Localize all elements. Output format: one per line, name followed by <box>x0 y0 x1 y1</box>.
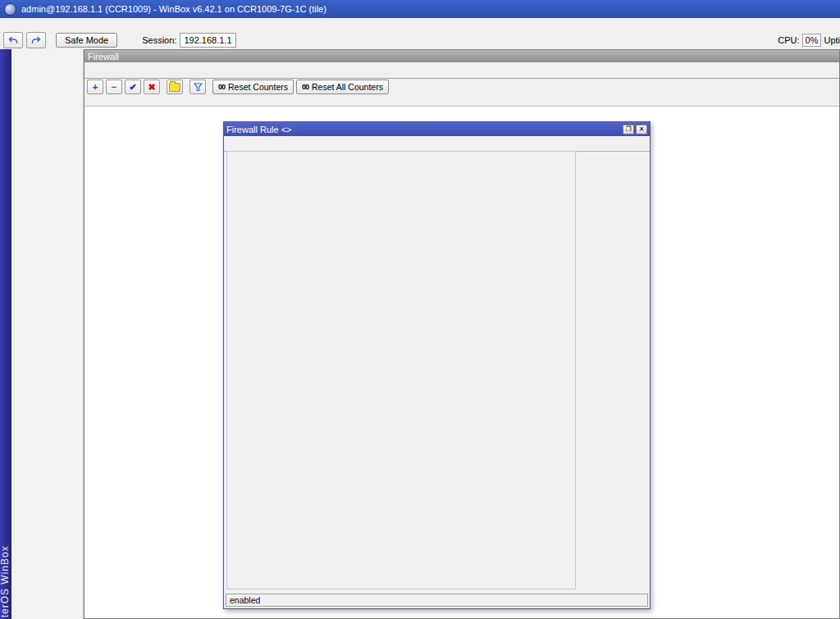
undo-button[interactable] <box>3 32 23 48</box>
filter-button[interactable] <box>189 80 206 94</box>
dialog-title: Firewall Rule <> <box>226 125 621 134</box>
close-icon[interactable]: ✕ <box>636 125 647 134</box>
cpu-label: CPU: <box>778 35 799 45</box>
firewall-tabs <box>84 62 839 79</box>
dialog-general-page <box>226 151 576 589</box>
firewall-rule-dialog: Firewall Rule <> ❐ ✕ enabled <box>223 121 651 609</box>
dialog-titlebar[interactable]: Firewall Rule <> ❐ ✕ <box>224 122 650 136</box>
brand-vertical-text: uterOS WinBox <box>0 545 11 619</box>
funnel-icon <box>194 83 203 92</box>
table-header[interactable] <box>84 94 839 107</box>
main-toolbar: Safe Mode Session: 192.168.1.1 CPU: 0% U… <box>0 31 840 50</box>
main-titlebar: admin@192.168.1.1 (CCR1009) - WinBox v6.… <box>0 0 840 18</box>
counters-icon: 00 <box>218 83 225 91</box>
winbox-app-icon <box>4 3 16 16</box>
enable-rule-button[interactable]: ✔ <box>125 80 141 94</box>
uptime-label: Upti <box>824 35 840 45</box>
safe-mode-button[interactable]: Safe Mode <box>56 33 117 48</box>
window-title: admin@192.168.1.1 (CCR1009) - WinBox v6.… <box>21 4 326 14</box>
brand-strip: uterOS WinBox <box>0 49 11 619</box>
menubar <box>0 18 840 31</box>
folder-icon <box>169 83 180 92</box>
firewall-window-titlebar[interactable]: Firewall <box>84 50 839 62</box>
cpu-value: 0% <box>802 34 822 47</box>
redo-button[interactable] <box>26 32 46 48</box>
comment-button[interactable] <box>167 80 183 94</box>
reset-all-counters-button[interactable]: 00 Reset All Counters <box>296 80 389 94</box>
session-label: Session: <box>142 35 176 45</box>
firewall-toolbar: + − ✔ ✖ 00 Reset Counters 00 Reset All C… <box>84 79 839 95</box>
disable-rule-button[interactable]: ✖ <box>144 80 160 94</box>
add-rule-button[interactable]: + <box>87 80 103 94</box>
undo-icon <box>8 36 18 45</box>
sidebar <box>11 49 84 619</box>
counters-icon: 00 <box>302 83 308 91</box>
session-value[interactable]: 192.168.1.1 <box>180 33 235 48</box>
remove-rule-button[interactable]: − <box>106 80 122 94</box>
dialog-tabs <box>224 136 650 152</box>
rule-state-text: enabled <box>230 595 260 605</box>
redo-icon <box>31 36 41 45</box>
restore-icon[interactable]: ❐ <box>623 125 634 134</box>
dialog-status-bar: enabled <box>226 594 648 607</box>
reset-counters-button[interactable]: 00 Reset Counters <box>212 80 294 94</box>
winbox-screen: admin@192.168.1.1 (CCR1009) - WinBox v6.… <box>0 0 840 619</box>
firewall-window-title: Firewall <box>88 52 119 61</box>
